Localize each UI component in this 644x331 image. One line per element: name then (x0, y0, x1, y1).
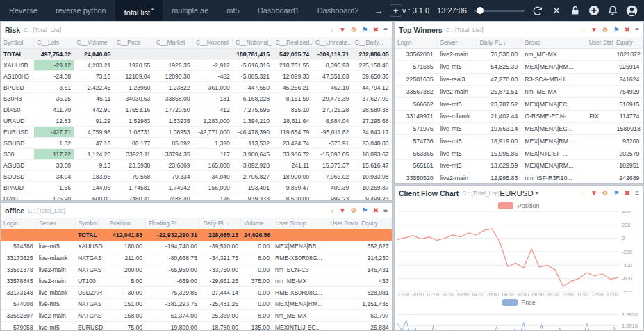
pin-icon[interactable]: ⚑ (362, 26, 368, 33)
table-row[interactable]: DiAS0411.70442.9017653.1617720.504127,27… (1, 104, 392, 115)
table-row[interactable]: 33149971live-mbank21,402.44O-RSME-ECN-..… (395, 110, 643, 122)
filter-icon[interactable]: ▼ (339, 207, 346, 214)
add-circle-icon[interactable] (588, 5, 600, 16)
download-icon[interactable]: ↓ (582, 26, 586, 33)
table-row[interactable]: URAUD12.8391.291.529831.539351,283,0001,… (1, 115, 392, 127)
user-avatar[interactable] (626, 5, 637, 16)
trash-icon[interactable]: ✖ (625, 26, 630, 33)
menu-icon[interactable]: ≡ (635, 190, 639, 197)
pin-icon[interactable]: ⚑ (613, 26, 620, 33)
table-row[interactable]: 566662live-mt523,787.52MEX|MENA|EC...516… (395, 98, 643, 111)
table-row[interactable]: S30117.221,124.2033923.1133794.351173,98… (1, 149, 392, 160)
tab-reverse-python[interactable]: reverse python (47, 0, 115, 21)
tab-multiple-ae[interactable]: multiple ae (163, 0, 217, 21)
table-row[interactable]: SOUSD1.3247.1686.17785.8921,320113,53223… (1, 138, 392, 149)
column-header[interactable]: Equity (613, 37, 643, 49)
table-row[interactable]: TOTAL497,754.3224,040.05188,781,415542,0… (1, 49, 392, 60)
column-header[interactable]: C__Notional (193, 37, 233, 49)
column-header[interactable]: Floating PL (145, 218, 200, 229)
table-row[interactable]: 574736live-mt518,919.00MEX|MENA|RM...932… (395, 135, 643, 147)
column-header[interactable]: User Group (272, 218, 327, 229)
gear-icon[interactable]: ⚙ (351, 207, 357, 214)
price-legend[interactable]: Price (395, 297, 643, 308)
table-row[interactable]: 33561378live2-mainNATGAS200.00-65,950.00… (1, 264, 392, 275)
column-header[interactable]: Volume (241, 218, 272, 229)
position-legend[interactable]: Position (395, 200, 643, 211)
column-header[interactable]: C__Volume (74, 37, 113, 49)
tab-dashboard2[interactable]: Dashboard2 (308, 0, 368, 21)
table-row[interactable]: 33578845live2-mainUT1005.00-669.00-29,66… (1, 275, 392, 287)
table-row[interactable]: 33562397live2-mainNATGAS158.00-51,374.00… (1, 310, 392, 322)
column-header[interactable]: C__Daily... (352, 37, 391, 49)
table-row[interactable]: 565161live-mt513,629.59MEX|MENA|RM...182… (395, 160, 643, 172)
trash-icon[interactable]: ✖ (373, 26, 379, 33)
table-row[interactable]: 571685live-mt554,825.39MEX|MENA|RM...925… (395, 60, 643, 73)
table-row[interactable]: 33173148live-mbankUSDZAR-30.00-75,329.85… (1, 286, 392, 298)
table-row[interactable]: AGUSD33.009.1323.593823.6869165,0003,892… (1, 160, 392, 171)
table-row[interactable]: 22501635live-real347,270.00R3-SCA-MB-U..… (395, 73, 643, 86)
tab-dashboard1[interactable]: Dashboard1 (249, 0, 308, 21)
column-header[interactable]: Position (106, 218, 145, 229)
table-row[interactable]: S30H3-36.2545.1134030.6333868.00-181-6,1… (1, 93, 392, 104)
column-header[interactable]: Daily PL ↓ (200, 218, 241, 229)
column-header[interactable]: Login (1, 218, 36, 229)
menu-icon[interactable]: ≡ (383, 26, 388, 33)
table-row[interactable]: AS100H3-24.0873.1612189.0412090.30-482-5… (1, 71, 392, 82)
table-row[interactable]: XAUUSD-29.124,203.211928.551926.35-2,912… (1, 60, 392, 71)
column-header[interactable]: Server (36, 218, 75, 229)
gear-icon[interactable]: ⚙ (351, 26, 357, 33)
column-header[interactable]: C__Notional_U... ↓ (233, 37, 272, 49)
column-header[interactable]: Equity (358, 218, 392, 229)
column-header[interactable]: Group (521, 37, 586, 49)
add-tab-button[interactable]: + (390, 4, 402, 17)
table-row[interactable]: 33562801live2-main76,530.00nm_ME-MX10218… (395, 49, 643, 61)
table-row[interactable]: SOUSD34.04183.9679.56879.33434,0402,706,… (1, 171, 392, 182)
tab-reverse[interactable]: Reverse (0, 0, 47, 21)
download-icon[interactable]: ↓ (331, 26, 334, 33)
column-header[interactable]: C__Market (153, 37, 192, 49)
table-row[interactable]: TOTAL412,041.83-22,932,290.31228,085.132… (1, 229, 392, 241)
table-row[interactable]: BPUSD3.612,422.451.239501.23822361,00044… (1, 82, 392, 93)
scale-slider[interactable] (474, 10, 525, 12)
filter-icon[interactable]: ▼ (591, 190, 597, 197)
gear-icon[interactable]: ⚙ (602, 26, 609, 33)
tab-mt5[interactable]: mt5 (217, 0, 248, 21)
table-row[interactable]: 563365live-mt515,995.86MEX|NTL|SF-...202… (395, 147, 643, 160)
close-icon[interactable] (551, 5, 562, 16)
table-row[interactable]: U200175.90600.007480.417488.40176939,333… (1, 193, 392, 202)
column-header[interactable]: C__Lots (34, 37, 74, 49)
table-row[interactable]: 574008live-mt5NATGAS151.00-381,293.75-25… (1, 298, 392, 310)
column-header[interactable]: Symbol (75, 218, 106, 229)
undo-icon[interactable] (532, 5, 543, 16)
trash-icon[interactable]: ✖ (373, 207, 379, 214)
table-row[interactable]: EURUSD-427.714,759.981.087311.08953-42,7… (1, 127, 392, 138)
table-row[interactable]: 33567382live2-main25,871.51nm_ME-MX75492… (395, 86, 643, 98)
download-icon[interactable]: ↓ (582, 190, 586, 197)
column-header[interactable]: Server (437, 37, 477, 49)
filter-icon[interactable]: ▼ (591, 26, 597, 33)
pin-icon[interactable]: ⚑ (362, 207, 368, 214)
download-icon[interactable]: ↓ (331, 207, 334, 214)
column-header[interactable]: User Status (327, 218, 358, 229)
table-row[interactable]: 571976live-mt519,663.14MEX|MENA|EC...158… (395, 122, 643, 135)
column-header[interactable]: C__Price (113, 37, 153, 49)
column-header[interactable]: Symbol (1, 37, 34, 49)
column-header[interactable]: User Status (586, 37, 613, 49)
table-row[interactable]: BPAUD1.56144.061.745811.74942156,000193,… (1, 182, 392, 193)
table-row[interactable]: 574388live-mt5XAUUSD180.00-194,740.00-39… (1, 241, 392, 252)
position-legend-swatch[interactable] (498, 202, 513, 209)
trash-icon[interactable]: ✖ (625, 190, 630, 197)
tab-overflow-arrow[interactable]: → (368, 6, 390, 16)
column-header[interactable]: Daily PL ↓ (477, 37, 521, 49)
bell-icon[interactable] (607, 5, 618, 16)
lock-icon[interactable] (570, 5, 581, 16)
column-header[interactable]: C__Realized... (272, 37, 312, 49)
tab-total-list[interactable]: total list* (115, 0, 163, 21)
filter-icon[interactable]: ▼ (339, 26, 346, 33)
price-legend-swatch[interactable] (502, 299, 518, 306)
column-header[interactable]: C__Unrealiz... (312, 37, 352, 49)
pin-icon[interactable]: ⚑ (613, 190, 620, 197)
menu-icon[interactable]: ≡ (635, 26, 639, 33)
column-header[interactable]: Login (395, 37, 437, 49)
symbol-selector[interactable]: EURUSD ▾ (499, 189, 538, 197)
